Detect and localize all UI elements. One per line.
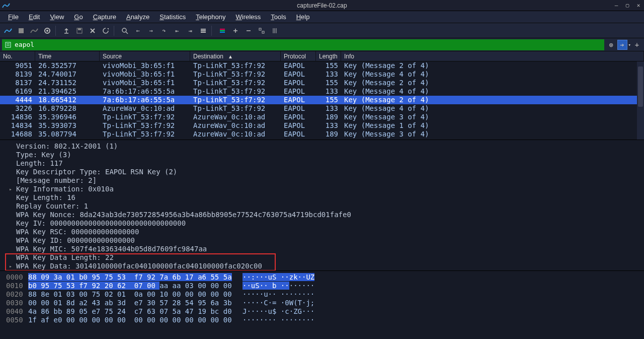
minimize-button[interactable]: — bbox=[613, 2, 620, 9]
menu-analyze[interactable]: Analyze bbox=[121, 12, 154, 22]
col-info[interactable]: Info bbox=[341, 51, 644, 61]
menu-wireless[interactable]: Wireless bbox=[231, 12, 266, 22]
detail-row[interactable]: [Message number: 2] bbox=[0, 176, 644, 185]
display-filter-input[interactable] bbox=[15, 41, 602, 48]
packet-row[interactable]: 616921.3946257a:6b:17:a6:55:5aTp-LinkT_5… bbox=[0, 87, 644, 96]
svg-point-2 bbox=[46, 30, 48, 32]
detail-row[interactable]: WPA Key ID: 0000000000000000 bbox=[0, 236, 644, 245]
menu-edit[interactable]: Edit bbox=[24, 12, 45, 22]
packet-details-pane[interactable]: Version: 802.1X-2001 (1)Type: Key (3)Len… bbox=[0, 140, 644, 271]
close-file-button[interactable] bbox=[87, 25, 99, 37]
packet-list-scrollbar[interactable] bbox=[637, 61, 644, 140]
detail-row[interactable]: WPA Key Data Length: 22 bbox=[0, 253, 644, 262]
titlebar: captureFile-02.cap — ▢ ✕ bbox=[0, 0, 644, 11]
restart-capture-button[interactable] bbox=[28, 25, 40, 37]
packet-row[interactable]: 905126.352577vivoMobi_3b:65:f1Tp-LinkT_5… bbox=[0, 61, 644, 70]
svg-line-9 bbox=[126, 32, 128, 34]
last-packet-button[interactable]: ⇥ bbox=[184, 25, 196, 37]
wireshark-logo-icon bbox=[2, 2, 10, 11]
packet-row[interactable]: 1468835.087794Tp-LinkT_53:f7:92AzureWav_… bbox=[0, 130, 644, 139]
menu-tools[interactable]: Tools bbox=[266, 12, 291, 22]
zoom-in-button[interactable] bbox=[229, 25, 242, 37]
scrollbar-thumb[interactable] bbox=[638, 66, 643, 107]
col-protocol[interactable]: Protocol bbox=[281, 51, 316, 61]
detail-row[interactable]: Version: 802.1X-2001 (1) bbox=[0, 142, 644, 151]
detail-row[interactable]: WPA Key MIC: 507f4e18363404b05d8d7609fc9… bbox=[0, 245, 644, 253]
capture-options-button[interactable] bbox=[41, 25, 53, 37]
detail-row[interactable]: Length: 117 bbox=[0, 159, 644, 168]
menu-file[interactable]: File bbox=[3, 12, 24, 22]
svg-rect-12 bbox=[201, 32, 206, 33]
autoscroll-button[interactable] bbox=[197, 25, 209, 37]
col-time[interactable]: Time bbox=[35, 51, 100, 61]
apply-filter-button[interactable]: ➔ bbox=[617, 40, 627, 50]
svg-rect-5 bbox=[78, 28, 81, 30]
menu-telephony[interactable]: Telephony bbox=[191, 12, 230, 22]
svg-rect-10 bbox=[201, 29, 206, 30]
zoom-out-button[interactable] bbox=[243, 25, 255, 37]
packet-row[interactable]: 444418.6654127a:6b:17:a6:55:5aTp-LinkT_5… bbox=[0, 96, 644, 104]
svg-rect-11 bbox=[201, 30, 206, 31]
hex-row[interactable]: 002088 8e 01 03 00 75 02 01 0a 00 10 00 … bbox=[0, 290, 644, 299]
open-file-button[interactable] bbox=[60, 25, 72, 37]
hex-row[interactable]: 00501f af e0 00 00 00 00 00 00 00 00 00 … bbox=[0, 316, 644, 324]
stop-capture-button[interactable] bbox=[15, 25, 27, 37]
toolbar: ← → ↷ ⇤ ⇥ bbox=[0, 23, 644, 38]
save-file-button[interactable] bbox=[73, 25, 86, 37]
packet-row[interactable]: 1483635.396946Tp-LinkT_53:f7:92AzureWav_… bbox=[0, 113, 644, 121]
detail-row[interactable]: Type: Key (3) bbox=[0, 151, 644, 159]
detail-row[interactable]: WPA Key Nonce: 8da243ab3de730572854956a3… bbox=[0, 211, 644, 219]
menu-capture[interactable]: Capture bbox=[88, 12, 121, 22]
jump-packet-button[interactable]: ↷ bbox=[158, 25, 170, 37]
filter-dropdown-icon[interactable]: ▾ bbox=[628, 42, 631, 47]
window-title: captureFile-02.cap bbox=[297, 2, 347, 9]
first-packet-button[interactable]: ⇤ bbox=[171, 25, 183, 37]
zoom-reset-button[interactable] bbox=[256, 25, 268, 37]
resize-columns-button[interactable] bbox=[269, 25, 281, 37]
detail-row[interactable]: Key IV: 00000000000000000000000000000000 bbox=[0, 219, 644, 228]
col-no[interactable]: No. bbox=[0, 51, 35, 61]
col-destination[interactable]: Destination ▴ bbox=[190, 51, 281, 61]
filter-bar: ⊗ ➔ ▾ + bbox=[0, 38, 644, 51]
detail-row[interactable]: Key Descriptor Type: EAPOL RSN Key (2) bbox=[0, 168, 644, 176]
packet-list-body[interactable]: 905126.352577vivoMobi_3b:65:f1Tp-LinkT_5… bbox=[0, 61, 644, 140]
detail-row[interactable]: WPA Key Data: 30140100000fac040100000fac… bbox=[0, 262, 644, 270]
hex-row[interactable]: 0010b0 95 75 53 f7 92 20 62 07 00 aa aa … bbox=[0, 282, 644, 290]
display-filter-field[interactable] bbox=[2, 39, 604, 50]
next-packet-button[interactable]: → bbox=[145, 25, 157, 37]
hex-row[interactable]: 000088 09 3a 01 b0 95 75 53 f7 92 7a 6b … bbox=[0, 273, 644, 282]
packet-row[interactable]: 1483435.393073Tp-LinkT_53:f7:92AzureWav_… bbox=[0, 121, 644, 130]
menu-statistics[interactable]: Statistics bbox=[154, 12, 191, 22]
menu-go[interactable]: Go bbox=[69, 12, 88, 22]
start-capture-button[interactable] bbox=[2, 25, 14, 37]
hex-row[interactable]: 00404a 86 bb 89 05 e7 75 24 c7 63 07 5a … bbox=[0, 307, 644, 316]
svg-point-8 bbox=[122, 28, 126, 32]
svg-rect-0 bbox=[19, 28, 24, 33]
packet-row[interactable]: 813724.731152vivoMobi_3b:65:f1Tp-LinkT_5… bbox=[0, 79, 644, 87]
detail-row[interactable]: Replay Counter: 1 bbox=[0, 202, 644, 211]
menu-view[interactable]: View bbox=[45, 12, 69, 22]
packet-list-header[interactable]: No. Time Source Destination ▴ Protocol L… bbox=[0, 51, 644, 61]
svg-rect-19 bbox=[259, 28, 261, 30]
prev-packet-button[interactable]: ← bbox=[132, 25, 144, 37]
detail-row[interactable]: Key Length: 16 bbox=[0, 193, 644, 202]
packet-row[interactable]: 322616.879228AzureWav_0c:10:adTp-LinkT_5… bbox=[0, 104, 644, 113]
maximize-button[interactable]: ▢ bbox=[624, 2, 631, 9]
reload-button[interactable] bbox=[100, 25, 112, 37]
packet-bytes-pane[interactable]: 000088 09 3a 01 b0 95 75 53 f7 92 7a 6b … bbox=[0, 271, 644, 324]
colorize-button[interactable] bbox=[216, 25, 228, 37]
close-button[interactable]: ✕ bbox=[635, 2, 642, 9]
add-filter-button[interactable]: + bbox=[632, 40, 642, 50]
detail-row[interactable]: WPA Key RSC: 0000000000000000 bbox=[0, 228, 644, 236]
packet-row[interactable]: 813924.740017vivoMobi_3b:65:f1Tp-LinkT_5… bbox=[0, 70, 644, 79]
hex-row[interactable]: 003000 00 01 8d a2 43 ab 3d e7 30 57 28 … bbox=[0, 299, 644, 307]
svg-rect-13 bbox=[220, 29, 225, 30]
menu-help[interactable]: Help bbox=[291, 12, 315, 22]
detail-row[interactable]: Key Information: 0x010a bbox=[0, 185, 644, 193]
find-button[interactable] bbox=[119, 25, 131, 37]
clear-filter-button[interactable]: ⊗ bbox=[606, 40, 616, 50]
svg-rect-20 bbox=[262, 31, 264, 33]
filter-icon bbox=[5, 41, 12, 48]
col-source[interactable]: Source bbox=[100, 51, 190, 61]
col-length[interactable]: Length bbox=[316, 51, 341, 61]
